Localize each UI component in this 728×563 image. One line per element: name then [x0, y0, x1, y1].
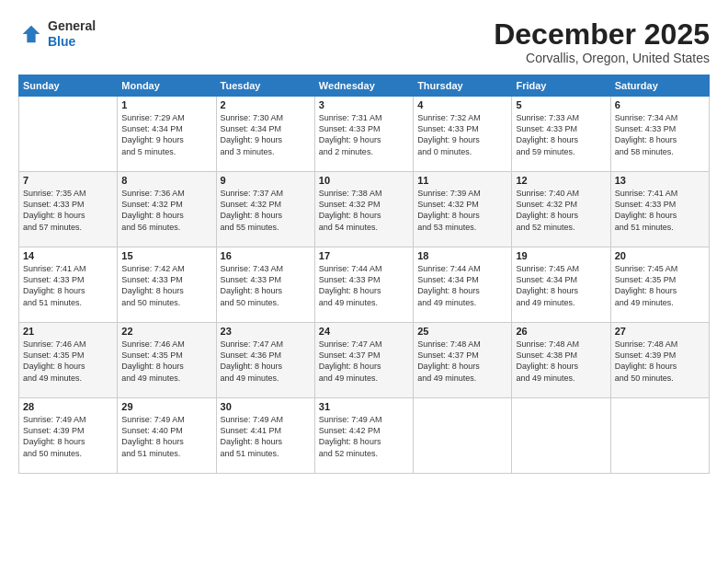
- day-info: Sunrise: 7:43 AM Sunset: 4:33 PM Dayligh…: [221, 263, 311, 308]
- day-info: Sunrise: 7:49 AM Sunset: 4:41 PM Dayligh…: [221, 414, 311, 459]
- day-info: Sunrise: 7:45 AM Sunset: 4:35 PM Dayligh…: [615, 263, 705, 308]
- day-number: 7: [23, 175, 113, 186]
- day-info: Sunrise: 7:36 AM Sunset: 4:32 PM Dayligh…: [121, 188, 211, 233]
- calendar-day: 11Sunrise: 7:39 AM Sunset: 4:32 PM Dayli…: [414, 172, 512, 247]
- day-info: Sunrise: 7:31 AM Sunset: 4:33 PM Dayligh…: [319, 112, 409, 157]
- calendar-day: 21Sunrise: 7:46 AM Sunset: 4:35 PM Dayli…: [19, 323, 118, 398]
- weekday-header: Tuesday: [216, 75, 314, 97]
- weekday-header: Monday: [118, 75, 216, 97]
- calendar-day: 20Sunrise: 7:45 AM Sunset: 4:35 PM Dayli…: [610, 247, 709, 323]
- calendar-week: 7Sunrise: 7:35 AM Sunset: 4:33 PM Daylig…: [19, 172, 710, 247]
- calendar-day: 9Sunrise: 7:37 AM Sunset: 4:32 PM Daylig…: [216, 172, 314, 247]
- day-number: 16: [221, 250, 311, 261]
- day-number: 2: [221, 99, 311, 110]
- calendar-day: 30Sunrise: 7:49 AM Sunset: 4:41 PM Dayli…: [216, 398, 314, 474]
- day-number: 29: [121, 401, 211, 412]
- day-info: Sunrise: 7:38 AM Sunset: 4:32 PM Dayligh…: [319, 188, 409, 233]
- calendar-day: 28Sunrise: 7:49 AM Sunset: 4:39 PM Dayli…: [19, 398, 118, 474]
- day-number: 30: [221, 401, 311, 412]
- day-info: Sunrise: 7:48 AM Sunset: 4:39 PM Dayligh…: [615, 339, 705, 384]
- day-info: Sunrise: 7:40 AM Sunset: 4:32 PM Dayligh…: [516, 188, 606, 233]
- day-number: 13: [615, 175, 705, 186]
- day-info: Sunrise: 7:33 AM Sunset: 4:33 PM Dayligh…: [516, 112, 606, 157]
- calendar-day: [610, 398, 709, 474]
- day-info: Sunrise: 7:34 AM Sunset: 4:33 PM Dayligh…: [615, 112, 705, 157]
- weekday-header: Wednesday: [314, 75, 413, 97]
- logo-icon: [18, 21, 44, 47]
- month-title: December 2025: [494, 18, 710, 51]
- day-info: Sunrise: 7:29 AM Sunset: 4:34 PM Dayligh…: [121, 112, 211, 157]
- calendar-day: 15Sunrise: 7:42 AM Sunset: 4:33 PM Dayli…: [118, 247, 216, 323]
- calendar-day: 19Sunrise: 7:45 AM Sunset: 4:34 PM Dayli…: [512, 247, 610, 323]
- calendar-day: 26Sunrise: 7:48 AM Sunset: 4:38 PM Dayli…: [512, 323, 610, 398]
- calendar-header: SundayMondayTuesdayWednesdayThursdayFrid…: [19, 75, 710, 97]
- day-number: 21: [23, 326, 113, 337]
- day-info: Sunrise: 7:35 AM Sunset: 4:33 PM Dayligh…: [23, 188, 113, 233]
- svg-marker-0: [23, 25, 40, 42]
- day-number: 15: [121, 250, 211, 261]
- calendar-day: 7Sunrise: 7:35 AM Sunset: 4:33 PM Daylig…: [19, 172, 118, 247]
- day-number: 31: [319, 401, 409, 412]
- calendar-day: 17Sunrise: 7:44 AM Sunset: 4:33 PM Dayli…: [314, 247, 413, 323]
- day-info: Sunrise: 7:41 AM Sunset: 4:33 PM Dayligh…: [23, 263, 113, 308]
- day-info: Sunrise: 7:37 AM Sunset: 4:32 PM Dayligh…: [221, 188, 311, 233]
- calendar-week: 28Sunrise: 7:49 AM Sunset: 4:39 PM Dayli…: [19, 398, 710, 474]
- logo-blue: Blue: [48, 34, 96, 50]
- calendar-day: 27Sunrise: 7:48 AM Sunset: 4:39 PM Dayli…: [610, 323, 709, 398]
- day-number: 20: [615, 250, 705, 261]
- day-info: Sunrise: 7:46 AM Sunset: 4:35 PM Dayligh…: [23, 339, 113, 384]
- day-number: 18: [417, 250, 507, 261]
- calendar-week: 21Sunrise: 7:46 AM Sunset: 4:35 PM Dayli…: [19, 323, 710, 398]
- calendar-day: 2Sunrise: 7:30 AM Sunset: 4:34 PM Daylig…: [216, 97, 314, 172]
- calendar-day: 5Sunrise: 7:33 AM Sunset: 4:33 PM Daylig…: [512, 97, 610, 172]
- calendar-day: [414, 398, 512, 474]
- weekday-header: Thursday: [414, 75, 512, 97]
- day-number: 9: [221, 175, 311, 186]
- day-info: Sunrise: 7:49 AM Sunset: 4:39 PM Dayligh…: [23, 414, 113, 459]
- calendar-day: 1Sunrise: 7:29 AM Sunset: 4:34 PM Daylig…: [118, 97, 216, 172]
- weekday-header: Sunday: [19, 75, 118, 97]
- calendar-day: 25Sunrise: 7:48 AM Sunset: 4:37 PM Dayli…: [414, 323, 512, 398]
- day-number: 17: [319, 250, 409, 261]
- calendar-day: 18Sunrise: 7:44 AM Sunset: 4:34 PM Dayli…: [414, 247, 512, 323]
- calendar-week: 14Sunrise: 7:41 AM Sunset: 4:33 PM Dayli…: [19, 247, 710, 323]
- day-info: Sunrise: 7:41 AM Sunset: 4:33 PM Dayligh…: [615, 188, 705, 233]
- calendar-day: 31Sunrise: 7:49 AM Sunset: 4:42 PM Dayli…: [314, 398, 413, 474]
- calendar-week: 1Sunrise: 7:29 AM Sunset: 4:34 PM Daylig…: [19, 97, 710, 172]
- day-number: 23: [221, 326, 311, 337]
- calendar-day: 13Sunrise: 7:41 AM Sunset: 4:33 PM Dayli…: [610, 172, 709, 247]
- day-info: Sunrise: 7:32 AM Sunset: 4:33 PM Dayligh…: [417, 112, 507, 157]
- day-info: Sunrise: 7:49 AM Sunset: 4:40 PM Dayligh…: [121, 414, 211, 459]
- day-number: 26: [516, 326, 606, 337]
- day-number: 11: [417, 175, 507, 186]
- logo: General Blue: [18, 18, 96, 50]
- logo-text: General Blue: [48, 18, 96, 50]
- calendar-day: 14Sunrise: 7:41 AM Sunset: 4:33 PM Dayli…: [19, 247, 118, 323]
- calendar-day: 4Sunrise: 7:32 AM Sunset: 4:33 PM Daylig…: [414, 97, 512, 172]
- day-info: Sunrise: 7:47 AM Sunset: 4:36 PM Dayligh…: [221, 339, 311, 384]
- day-number: 19: [516, 250, 606, 261]
- day-number: 12: [516, 175, 606, 186]
- day-info: Sunrise: 7:48 AM Sunset: 4:38 PM Dayligh…: [516, 339, 606, 384]
- calendar-day: 6Sunrise: 7:34 AM Sunset: 4:33 PM Daylig…: [610, 97, 709, 172]
- header: General Blue December 2025 Corvallis, Or…: [18, 18, 710, 65]
- weekday-header: Saturday: [610, 75, 709, 97]
- location: Corvallis, Oregon, United States: [494, 51, 710, 65]
- calendar-day: 23Sunrise: 7:47 AM Sunset: 4:36 PM Dayli…: [216, 323, 314, 398]
- calendar-day: 3Sunrise: 7:31 AM Sunset: 4:33 PM Daylig…: [314, 97, 413, 172]
- calendar-day: 24Sunrise: 7:47 AM Sunset: 4:37 PM Dayli…: [314, 323, 413, 398]
- header-row: SundayMondayTuesdayWednesdayThursdayFrid…: [19, 75, 710, 97]
- calendar-table: SundayMondayTuesdayWednesdayThursdayFrid…: [18, 75, 710, 474]
- day-number: 27: [615, 326, 705, 337]
- day-info: Sunrise: 7:45 AM Sunset: 4:34 PM Dayligh…: [516, 263, 606, 308]
- day-info: Sunrise: 7:47 AM Sunset: 4:37 PM Dayligh…: [319, 339, 409, 384]
- calendar-day: 10Sunrise: 7:38 AM Sunset: 4:32 PM Dayli…: [314, 172, 413, 247]
- day-number: 5: [516, 99, 606, 110]
- day-number: 6: [615, 99, 705, 110]
- day-info: Sunrise: 7:44 AM Sunset: 4:34 PM Dayligh…: [417, 263, 507, 308]
- day-info: Sunrise: 7:44 AM Sunset: 4:33 PM Dayligh…: [319, 263, 409, 308]
- page-container: General Blue December 2025 Corvallis, Or…: [0, 0, 728, 563]
- day-number: 14: [23, 250, 113, 261]
- day-number: 8: [121, 175, 211, 186]
- day-number: 4: [417, 99, 507, 110]
